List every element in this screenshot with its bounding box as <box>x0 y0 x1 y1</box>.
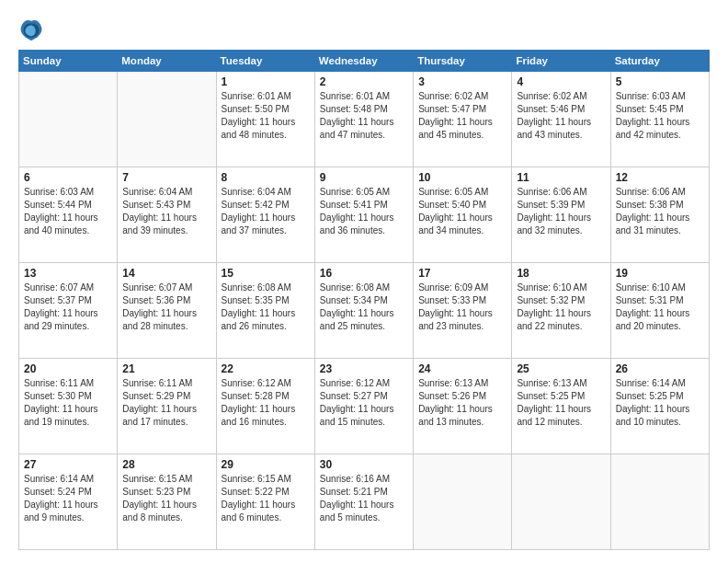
day-info: Sunrise: 6:12 AMSunset: 5:27 PMDaylight:… <box>320 377 408 429</box>
day-info: Sunrise: 6:04 AMSunset: 5:43 PMDaylight:… <box>122 186 210 237</box>
day-number: 22 <box>222 362 310 375</box>
daylight-text: Daylight: 11 hours <box>320 212 408 224</box>
sunrise-text: Sunrise: 6:02 AM <box>418 90 506 103</box>
daylight-text-cont: and 29 minutes. <box>24 320 112 333</box>
daylight-text-cont: and 22 minutes. <box>517 320 605 333</box>
sunset-text: Sunset: 5:31 PM <box>616 294 704 307</box>
day-info: Sunrise: 6:03 AMSunset: 5:45 PMDaylight:… <box>616 90 704 142</box>
sunset-text: Sunset: 5:28 PM <box>222 390 310 403</box>
day-cell: 1Sunrise: 6:01 AMSunset: 5:50 PMDaylight… <box>216 72 314 167</box>
day-info: Sunrise: 6:03 AMSunset: 5:44 PMDaylight:… <box>24 186 112 237</box>
sunset-text: Sunset: 5:38 PM <box>616 199 704 212</box>
daylight-text-cont: and 34 minutes. <box>418 224 506 237</box>
daylight-text-cont: and 36 minutes. <box>320 224 408 237</box>
day-cell: 9Sunrise: 6:05 AMSunset: 5:41 PMDaylight… <box>314 167 413 263</box>
daylight-text-cont: and 15 minutes. <box>320 416 408 429</box>
column-header-saturday: Saturday <box>610 51 709 72</box>
daylight-text-cont: and 37 minutes. <box>222 224 310 237</box>
day-number: 12 <box>616 171 704 184</box>
day-cell: 23Sunrise: 6:12 AMSunset: 5:27 PMDayligh… <box>314 359 413 454</box>
sunset-text: Sunset: 5:37 PM <box>24 294 112 307</box>
daylight-text-cont: and 26 minutes. <box>222 320 310 333</box>
sunrise-text: Sunrise: 6:14 AM <box>616 377 704 390</box>
sunset-text: Sunset: 5:36 PM <box>122 294 210 307</box>
day-info: Sunrise: 6:10 AMSunset: 5:31 PMDaylight:… <box>616 282 704 333</box>
daylight-text: Daylight: 11 hours <box>418 212 506 224</box>
column-header-sunday: Sunday <box>19 51 118 72</box>
daylight-text: Daylight: 11 hours <box>616 403 704 416</box>
day-cell: 10Sunrise: 6:05 AMSunset: 5:40 PMDayligh… <box>414 167 512 263</box>
day-cell: 19Sunrise: 6:10 AMSunset: 5:31 PMDayligh… <box>610 263 709 359</box>
daylight-text: Daylight: 11 hours <box>122 403 210 416</box>
day-info: Sunrise: 6:07 AMSunset: 5:37 PMDaylight:… <box>24 282 112 333</box>
day-number: 2 <box>320 75 408 88</box>
day-cell: 13Sunrise: 6:07 AMSunset: 5:37 PMDayligh… <box>19 263 118 359</box>
sunrise-text: Sunrise: 6:13 AM <box>418 377 506 390</box>
day-number: 6 <box>24 171 112 184</box>
sunset-text: Sunset: 5:46 PM <box>517 103 605 116</box>
sunset-text: Sunset: 5:45 PM <box>616 103 704 116</box>
day-cell: 4Sunrise: 6:02 AMSunset: 5:46 PMDaylight… <box>512 72 610 167</box>
daylight-text: Daylight: 11 hours <box>122 212 210 224</box>
day-cell: 30Sunrise: 6:16 AMSunset: 5:21 PMDayligh… <box>314 454 413 550</box>
day-cell: 24Sunrise: 6:13 AMSunset: 5:26 PMDayligh… <box>414 359 512 454</box>
column-header-tuesday: Tuesday <box>216 51 314 72</box>
day-cell: 18Sunrise: 6:10 AMSunset: 5:32 PMDayligh… <box>512 263 610 359</box>
day-number: 30 <box>320 458 408 471</box>
day-number: 26 <box>616 362 704 375</box>
day-info: Sunrise: 6:02 AMSunset: 5:47 PMDaylight:… <box>418 90 506 142</box>
sunrise-text: Sunrise: 6:10 AM <box>616 282 704 294</box>
sunset-text: Sunset: 5:43 PM <box>122 199 210 212</box>
sunset-text: Sunset: 5:29 PM <box>122 390 210 403</box>
sunrise-text: Sunrise: 6:01 AM <box>320 90 408 103</box>
sunrise-text: Sunrise: 6:12 AM <box>222 377 310 390</box>
sunset-text: Sunset: 5:25 PM <box>616 390 704 403</box>
day-info: Sunrise: 6:12 AMSunset: 5:28 PMDaylight:… <box>222 377 310 429</box>
day-cell: 17Sunrise: 6:09 AMSunset: 5:33 PMDayligh… <box>414 263 512 359</box>
day-info: Sunrise: 6:14 AMSunset: 5:25 PMDaylight:… <box>616 377 704 429</box>
day-number: 8 <box>222 171 310 184</box>
page: SundayMondayTuesdayWednesdayThursdayFrid… <box>0 0 728 563</box>
day-number: 13 <box>24 267 112 280</box>
day-number: 24 <box>418 362 506 375</box>
day-number: 4 <box>517 75 605 88</box>
sunrise-text: Sunrise: 6:11 AM <box>122 377 210 390</box>
daylight-text: Daylight: 11 hours <box>222 499 310 511</box>
daylight-text-cont: and 19 minutes. <box>24 416 112 429</box>
daylight-text-cont: and 25 minutes. <box>320 320 408 333</box>
sunrise-text: Sunrise: 6:10 AM <box>517 282 605 294</box>
sunrise-text: Sunrise: 6:04 AM <box>122 186 210 199</box>
day-number: 11 <box>517 171 605 184</box>
daylight-text-cont: and 8 minutes. <box>122 511 210 524</box>
day-info: Sunrise: 6:14 AMSunset: 5:24 PMDaylight:… <box>24 473 112 524</box>
day-cell: 8Sunrise: 6:04 AMSunset: 5:42 PMDaylight… <box>216 167 314 263</box>
daylight-text-cont: and 23 minutes. <box>418 320 506 333</box>
sunset-text: Sunset: 5:25 PM <box>517 390 605 403</box>
sunset-text: Sunset: 5:35 PM <box>222 294 310 307</box>
daylight-text-cont: and 48 minutes. <box>222 129 310 142</box>
daylight-text: Daylight: 11 hours <box>320 403 408 416</box>
sunrise-text: Sunrise: 6:01 AM <box>222 90 310 103</box>
sunset-text: Sunset: 5:27 PM <box>320 390 408 403</box>
day-number: 25 <box>517 362 605 375</box>
daylight-text: Daylight: 11 hours <box>517 116 605 129</box>
day-info: Sunrise: 6:08 AMSunset: 5:34 PMDaylight:… <box>320 282 408 333</box>
day-info: Sunrise: 6:13 AMSunset: 5:25 PMDaylight:… <box>517 377 605 429</box>
day-number: 5 <box>616 75 704 88</box>
day-number: 3 <box>418 75 506 88</box>
day-info: Sunrise: 6:15 AMSunset: 5:22 PMDaylight:… <box>222 473 310 524</box>
daylight-text-cont: and 16 minutes. <box>222 416 310 429</box>
daylight-text: Daylight: 11 hours <box>418 403 506 416</box>
logo-icon <box>18 17 44 42</box>
day-number: 15 <box>222 267 310 280</box>
sunset-text: Sunset: 5:50 PM <box>222 103 310 116</box>
sunrise-text: Sunrise: 6:05 AM <box>320 186 408 199</box>
sunset-text: Sunset: 5:34 PM <box>320 294 408 307</box>
daylight-text-cont: and 20 minutes. <box>616 320 704 333</box>
day-cell <box>512 454 610 550</box>
sunrise-text: Sunrise: 6:02 AM <box>517 90 605 103</box>
day-cell: 6Sunrise: 6:03 AMSunset: 5:44 PMDaylight… <box>19 167 118 263</box>
sunrise-text: Sunrise: 6:06 AM <box>616 186 704 199</box>
daylight-text: Daylight: 11 hours <box>24 212 112 224</box>
day-number: 23 <box>320 362 408 375</box>
